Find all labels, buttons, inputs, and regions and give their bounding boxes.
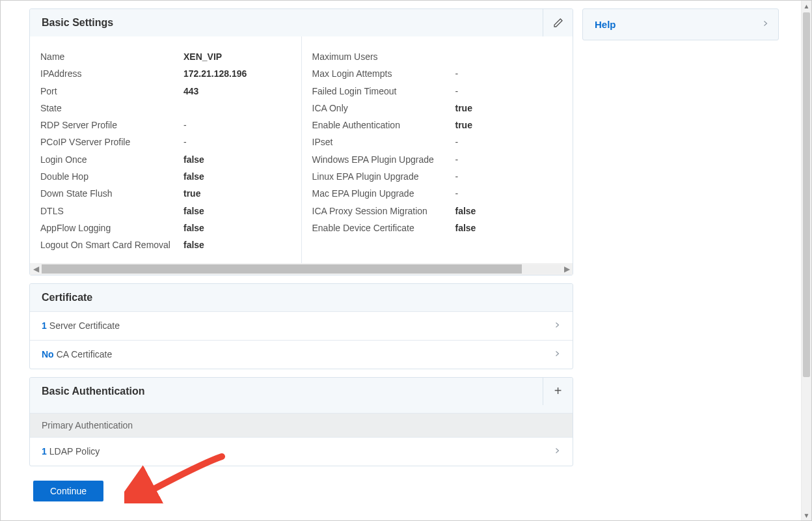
list-item[interactable]: No CA Certificate xyxy=(30,340,573,369)
setting-value: 172.21.128.196 xyxy=(183,65,291,82)
setting-value: XEN_VIP xyxy=(183,48,291,65)
setting-value: false xyxy=(455,219,563,236)
setting-label: DTLS xyxy=(40,203,183,219)
setting-row: Linux EPA Plugin Upgrade- xyxy=(312,168,563,185)
scroll-down-icon[interactable]: ▼ xyxy=(802,510,811,520)
setting-label: Down State Flush xyxy=(40,185,183,202)
setting-row: Login Oncefalse xyxy=(40,151,291,168)
setting-label: Mac EPA Plugin Upgrade xyxy=(312,185,455,202)
setting-value: - xyxy=(455,83,563,100)
list-item-label: CA Certificate xyxy=(57,349,553,359)
setting-value: false xyxy=(183,219,291,236)
setting-label: Logout On Smart Card Removal xyxy=(40,236,183,253)
setting-label: Windows EPA Plugin Upgrade xyxy=(312,151,455,168)
setting-row: Maximum Users xyxy=(312,48,563,65)
basic-authentication-header: Basic Authentication + xyxy=(30,378,573,413)
setting-row: Down State Flushtrue xyxy=(40,185,291,202)
setting-value: - xyxy=(183,134,291,150)
setting-value: false xyxy=(183,168,291,185)
list-item-label: Server Certificate xyxy=(49,320,553,331)
basic-settings-panel: Basic Settings NameXEN_VIPIPAddress172.2… xyxy=(29,8,573,275)
basic-settings-right-col: Maximum UsersMax Login Attempts-Failed L… xyxy=(301,36,573,263)
setting-value: true xyxy=(455,100,563,117)
continue-button[interactable]: Continue xyxy=(33,481,103,501)
setting-row: Enable Device Certificatefalse xyxy=(312,219,563,236)
setting-row: Windows EPA Plugin Upgrade- xyxy=(312,151,563,168)
setting-row: IPAddress172.21.128.196 xyxy=(40,65,291,82)
setting-row: AppFlow Loggingfalse xyxy=(40,219,291,236)
setting-label: Port xyxy=(40,83,183,100)
setting-value: false xyxy=(183,203,291,219)
list-item[interactable]: 1 LDAP Policy xyxy=(30,437,573,466)
setting-label: Failed Login Timeout xyxy=(312,83,455,100)
certificate-panel: Certificate 1 Server CertificateNo CA Ce… xyxy=(29,283,573,369)
list-item-chevron xyxy=(553,348,561,361)
setting-row: IPset- xyxy=(312,134,563,150)
list-item-chevron xyxy=(553,445,561,458)
list-item-lead: 1 xyxy=(42,320,47,331)
setting-row: Double Hopfalse xyxy=(40,168,291,185)
help-label: Help xyxy=(595,19,761,30)
certificate-title: Certificate xyxy=(42,292,561,303)
chevron-right-icon xyxy=(761,18,769,31)
setting-label: ICA Only xyxy=(312,100,455,117)
scroll-left-icon[interactable]: ◀ xyxy=(30,264,42,274)
basic-settings-header: Basic Settings xyxy=(30,9,573,36)
basic-settings-body: NameXEN_VIPIPAddress172.21.128.196Port44… xyxy=(30,36,573,263)
setting-label: Double Hop xyxy=(40,168,183,185)
list-item-chevron xyxy=(553,320,561,332)
setting-value: - xyxy=(455,185,563,202)
setting-row: PCoIP VServer Profile- xyxy=(40,134,291,150)
setting-row: RDP Server Profile- xyxy=(40,117,291,134)
setting-value: - xyxy=(455,65,563,82)
setting-label: PCoIP VServer Profile xyxy=(40,134,183,150)
chevron-right-icon xyxy=(553,445,561,456)
setting-row: ICA Onlytrue xyxy=(312,100,563,117)
basic-settings-left-col: NameXEN_VIPIPAddress172.21.128.196Port44… xyxy=(30,36,301,263)
chevron-right-icon xyxy=(553,320,561,330)
setting-label: Linux EPA Plugin Upgrade xyxy=(312,168,455,185)
setting-label: IPset xyxy=(312,134,455,150)
setting-label: AppFlow Logging xyxy=(40,219,183,236)
setting-value: false xyxy=(183,236,291,253)
setting-row: ICA Proxy Session Migrationfalse xyxy=(312,203,563,219)
scroll-up-icon[interactable]: ▲ xyxy=(802,1,811,11)
setting-label: Login Once xyxy=(40,151,183,168)
continue-row: Continue xyxy=(29,474,573,508)
vertical-scrollbar[interactable]: ▲ ▼ xyxy=(801,1,811,520)
setting-label: Name xyxy=(40,48,183,65)
setting-row: Failed Login Timeout- xyxy=(312,83,563,100)
basic-authentication-title: Basic Authentication xyxy=(42,386,543,397)
setting-value: 443 xyxy=(183,83,291,100)
setting-row: State xyxy=(40,100,291,117)
basic-settings-hscroll[interactable]: ◀ ▶ xyxy=(30,263,573,275)
hscroll-track[interactable] xyxy=(42,264,561,274)
help-panel[interactable]: Help xyxy=(582,8,779,40)
setting-value: - xyxy=(455,134,563,150)
setting-label: State xyxy=(40,100,183,117)
setting-row: DTLSfalse xyxy=(40,203,291,219)
list-item[interactable]: 1 Server Certificate xyxy=(30,311,573,340)
list-item-lead: No xyxy=(42,349,54,359)
setting-value: - xyxy=(455,168,563,185)
setting-label: Max Login Attempts xyxy=(312,65,455,82)
setting-row: Logout On Smart Card Removalfalse xyxy=(40,236,291,253)
scroll-right-icon[interactable]: ▶ xyxy=(561,264,573,274)
setting-value: - xyxy=(183,117,291,134)
setting-value: false xyxy=(183,151,291,168)
list-item-label: LDAP Policy xyxy=(49,446,553,457)
setting-value xyxy=(455,48,563,65)
setting-label: Enable Authentication xyxy=(312,117,455,134)
basic-authentication-panel: Basic Authentication + Primary Authentic… xyxy=(29,377,573,466)
chevron-right-icon xyxy=(553,348,561,359)
list-item-lead: 1 xyxy=(42,446,47,457)
vscroll-thumb[interactable] xyxy=(803,12,810,377)
certificate-header: Certificate xyxy=(30,284,573,311)
pencil-icon xyxy=(553,18,563,28)
add-button[interactable]: + xyxy=(543,378,573,405)
hscroll-thumb[interactable] xyxy=(42,264,522,274)
edit-button[interactable] xyxy=(543,9,573,36)
setting-value: - xyxy=(455,151,563,168)
setting-row: Mac EPA Plugin Upgrade- xyxy=(312,185,563,202)
setting-label: ICA Proxy Session Migration xyxy=(312,203,455,219)
